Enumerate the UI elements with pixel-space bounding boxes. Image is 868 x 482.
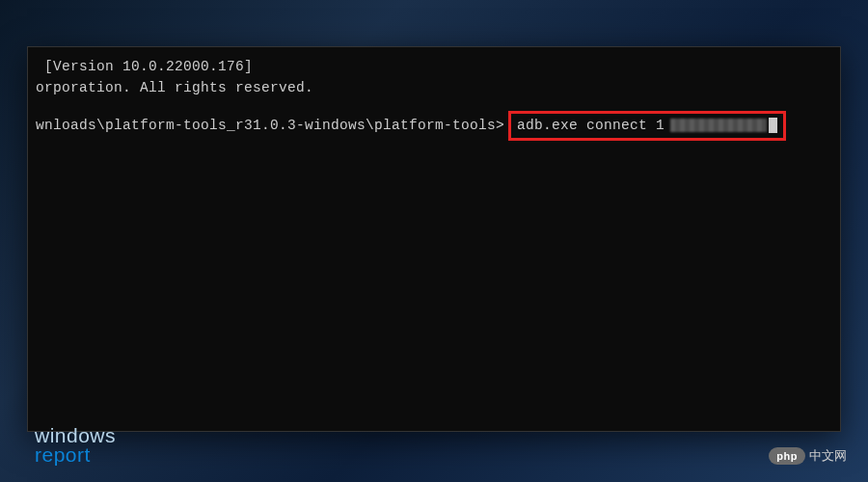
watermark-windows-report: windows report bbox=[35, 426, 116, 465]
redacted-ip bbox=[670, 119, 767, 132]
watermark-php-cn: php 中文网 bbox=[769, 447, 847, 465]
desktop-background: [Version 10.0.22000.176] orporation. All… bbox=[0, 0, 868, 482]
watermark-line1: windows bbox=[35, 426, 116, 445]
php-cn-text: 中文网 bbox=[809, 447, 847, 465]
command-highlight-box: adb.exe connect 1 bbox=[508, 111, 786, 142]
version-line: [Version 10.0.22000.176] bbox=[36, 57, 832, 78]
php-badge: php bbox=[769, 447, 805, 465]
copyright-line: orporation. All rights reserved. bbox=[36, 78, 832, 99]
prompt-path: wnloads\platform-tools_r31.0.3-windows\p… bbox=[36, 116, 504, 137]
command-prompt-window[interactable]: [Version 10.0.22000.176] orporation. All… bbox=[27, 46, 841, 432]
watermark-line2: report bbox=[35, 445, 116, 465]
command-text[interactable]: adb.exe connect 1 bbox=[517, 116, 665, 137]
prompt-row: wnloads\platform-tools_r31.0.3-windows\p… bbox=[36, 111, 832, 142]
text-cursor bbox=[769, 118, 777, 133]
